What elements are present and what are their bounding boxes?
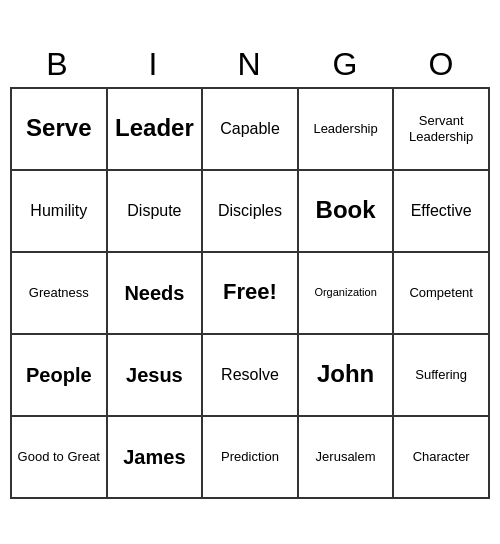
cell-text: Disciples [218,201,282,220]
bingo-cell: Leadership [297,89,393,169]
cell-text: Free! [223,279,277,305]
cell-text: Effective [411,201,472,220]
bingo-row: Good to GreatJamesPredictionJerusalemCha… [12,415,488,497]
bingo-cell: Competent [392,253,488,333]
bingo-cell: Jesus [106,335,202,415]
cell-text: Prediction [221,449,279,465]
cell-text: Resolve [221,365,279,384]
cell-text: Book [316,196,376,225]
bingo-cell: Serve [12,89,106,169]
bingo-cell: Capable [201,89,297,169]
cell-text: John [317,360,374,389]
bingo-cell: Humility [12,171,106,251]
cell-text: Competent [409,285,473,301]
cell-text: Leadership [313,121,377,137]
cell-text: Organization [314,286,376,299]
cell-text: Serve [26,114,91,143]
cell-text: People [26,363,92,387]
cell-text: Needs [124,281,184,305]
bingo-card: BINGO ServeLeaderCapableLeadershipServan… [10,46,490,499]
header-letter: B [14,46,102,83]
bingo-row: HumilityDisputeDisciplesBookEffective [12,169,488,251]
bingo-cell: Dispute [106,171,202,251]
bingo-cell: People [12,335,106,415]
header-letter: N [206,46,294,83]
bingo-grid: ServeLeaderCapableLeadershipServant Lead… [10,87,490,499]
bingo-cell: Greatness [12,253,106,333]
cell-text: Jesus [126,363,183,387]
bingo-row: ServeLeaderCapableLeadershipServant Lead… [12,89,488,169]
bingo-cell: Free! [201,253,297,333]
cell-text: Greatness [29,285,89,301]
cell-text: Capable [220,119,280,138]
bingo-cell: Suffering [392,335,488,415]
cell-text: Humility [30,201,87,220]
bingo-cell: John [297,335,393,415]
bingo-cell: Organization [297,253,393,333]
bingo-header: BINGO [10,46,490,83]
header-letter: G [302,46,390,83]
bingo-cell: Leader [106,89,202,169]
bingo-cell: Needs [106,253,202,333]
bingo-cell: Jerusalem [297,417,393,497]
bingo-cell: Book [297,171,393,251]
cell-text: Suffering [415,367,467,383]
bingo-cell: Effective [392,171,488,251]
cell-text: Dispute [127,201,181,220]
bingo-cell: Disciples [201,171,297,251]
cell-text: Servant Leadership [398,113,484,144]
cell-text: Good to Great [18,449,100,465]
header-letter: O [398,46,486,83]
cell-text: Leader [115,114,194,143]
bingo-cell: James [106,417,202,497]
bingo-row: GreatnessNeedsFree!OrganizationCompetent [12,251,488,333]
bingo-row: PeopleJesusResolveJohnSuffering [12,333,488,415]
bingo-cell: Resolve [201,335,297,415]
header-letter: I [110,46,198,83]
cell-text: Jerusalem [316,449,376,465]
bingo-cell: Good to Great [12,417,106,497]
bingo-cell: Servant Leadership [392,89,488,169]
bingo-cell: Character [392,417,488,497]
cell-text: Character [413,449,470,465]
cell-text: James [123,445,185,469]
bingo-cell: Prediction [201,417,297,497]
